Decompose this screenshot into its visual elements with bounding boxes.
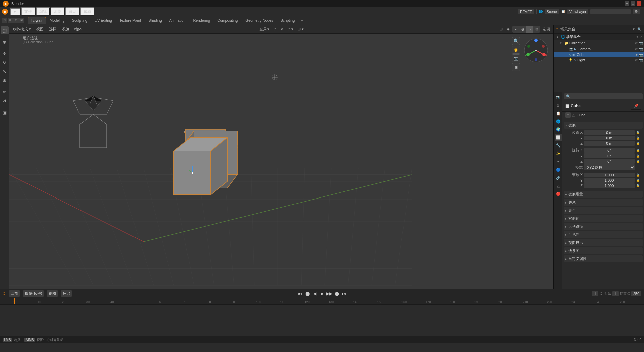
prev-keyframe-button[interactable]: ◀ [312,291,318,297]
outliner-search-btn[interactable]: 🔍 [637,27,641,31]
location-x-lock-icon[interactable]: 🔒 [636,131,641,134]
solid-shading-btn[interactable]: ● [512,26,519,33]
topbar-search-input[interactable] [590,9,631,14]
scene-selector[interactable]: Scene [545,9,559,14]
scale-x-lock-icon[interactable]: 🔒 [636,173,641,177]
camera-view-button[interactable]: 📷 [512,54,520,62]
add-workspace-button[interactable]: + [299,17,305,24]
transform-tool-button[interactable]: ⊞ [1,76,9,84]
render-props-btn[interactable]: 📷 [555,93,562,101]
outliner-scene-collections[interactable]: ▾ 🌐 场景集合 👁 ✓ [554,34,644,40]
scale-x-value[interactable]: 1.000 [584,173,635,177]
menu-file-text[interactable]: 文件 [21,7,35,16]
minimize-button[interactable]: − [625,1,629,6]
rotation-z-value[interactable]: 0° [584,159,635,164]
proportional-edit-toggle[interactable]: ⊗ [279,26,285,32]
world-props-btn[interactable]: 🌍 [555,126,562,133]
close-button[interactable]: × [637,1,641,6]
prev-frame-button[interactable]: ⬤ [304,291,310,297]
menu-edit[interactable]: 编辑 [36,7,50,16]
viewport-display-header[interactable]: ▸ 视图显示 [564,239,643,246]
rotation-x-value[interactable]: 0° [584,148,635,153]
viewport-object-menu[interactable]: 物体 [73,26,84,32]
tab-modeling[interactable]: Modeling [46,17,68,24]
location-z-lock-icon[interactable]: 🔒 [636,142,641,145]
tab-compositing[interactable]: Compositing [214,17,241,24]
outliner-filter-btn[interactable]: ▼ [632,27,635,31]
viewport-canvas[interactable]: 用户透视 (1) Collection | Cube Z X [9,34,553,289]
rotation-x-lock-icon[interactable]: 🔒 [636,149,641,152]
tab-animation[interactable]: Animation [166,17,189,24]
outliner-camera[interactable]: ▾ 📷 ▶ Camera 👁 📷 [554,46,644,52]
mode-icon-2[interactable]: ▦ [8,18,13,23]
tab-texture-paint[interactable]: Texture Paint [116,17,144,24]
particles-props-btn[interactable]: ✦ [555,158,562,165]
cursor-tool-button[interactable]: ⊕ [1,38,9,46]
menu-render[interactable]: 渲染 [51,7,65,16]
mode-icon-3[interactable]: ⊞ [13,18,19,23]
view-menu-btn[interactable]: 视图 [47,290,58,297]
viewlayer-selector[interactable]: ViewLayer [567,9,588,14]
location-y-lock-icon[interactable]: 🔒 [636,136,641,140]
next-keyframe-button[interactable]: ▶▶ [326,291,332,297]
viewport-select-menu[interactable]: 选择 [47,26,58,32]
add-cube-tool-button[interactable]: ▣ [1,108,9,116]
tab-layout[interactable]: Layout [28,17,46,24]
camera-menu-btn[interactable]: 摄像(帧率) [23,290,44,297]
tab-rendering[interactable]: Rendering [190,17,213,24]
collection-visible-icon[interactable]: 👁 [635,41,638,45]
zoom-out-button[interactable]: 🖐 [512,46,520,54]
cube-render-icon[interactable]: 📷 [639,53,643,57]
material-props-btn[interactable]: 🔴 [555,190,562,197]
physics-props-btn[interactable]: 🔵 [555,166,562,173]
motion-paths-header[interactable]: ▸ 运动路径 [564,223,643,230]
menu-window[interactable]: 窗口 [65,7,79,16]
rendered-shading-btn[interactable]: ○ [526,26,533,33]
collection-render-icon[interactable]: 📷 [639,41,643,45]
marker-menu-btn[interactable]: 标记 [61,290,72,297]
orient-toggle[interactable]: ⊞ ▾ [296,26,305,32]
view-layer-props-btn[interactable]: 📋 [555,109,562,117]
scene-props-btn[interactable]: 🌐 [555,118,562,125]
scale-z-value[interactable]: 1.000 [584,183,635,188]
relations-header[interactable]: ▸ 关系 [564,199,643,206]
mode-icon-4[interactable]: ▣ [19,18,24,23]
line-art-header[interactable]: ▸ 线条画 [564,247,643,254]
scale-y-lock-icon[interactable]: 🔒 [636,179,641,182]
viewport-mode-dropdown[interactable]: 物体模式 ▾ [11,26,33,32]
start-frame-value[interactable]: 1 [612,291,619,296]
outliner-cube[interactable]: ▾ △ ▣ Cube 👁 📷 [554,52,644,57]
viewport-options-btn[interactable]: 选项 [541,26,551,32]
menu-help[interactable]: 帮助 [80,7,94,16]
camera-visible-icon[interactable]: 👁 [635,47,638,51]
location-y-value[interactable]: 0 m [584,136,635,140]
play-button[interactable]: ▶ [319,291,325,297]
location-x-value[interactable]: 0 m [584,130,635,135]
tab-scripting[interactable]: Scripting [277,17,298,24]
rotation-y-lock-icon[interactable]: 🔒 [636,154,641,158]
collection-section-header[interactable]: ▸ 集合 [564,207,643,214]
zoom-in-button[interactable]: 🔍 [512,37,520,45]
constraints-props-btn[interactable]: 🔗 [555,174,562,181]
scale-y-value[interactable]: 1.000 [584,178,635,183]
move-tool-button[interactable]: ✛ [1,50,9,58]
measure-tool-button[interactable]: ⊿ [1,96,9,104]
transform-pivot-toggle[interactable]: ⊙ ▾ [286,26,295,32]
instancing-header[interactable]: ▸ 实例化 [564,215,643,222]
scale-tool-button[interactable]: ⤡ [1,67,9,75]
props-mode-icon-btn[interactable]: ▼ [565,112,571,118]
wireframe-shading-btn[interactable]: ⊡ [533,26,540,33]
outliner-collection[interactable]: ▾ 📁 Collection 👁 📷 [554,40,644,46]
engine-dropdown[interactable]: EEVEE [518,9,534,14]
light-render-icon[interactable]: 📷 [639,58,643,62]
rotation-z-lock-icon[interactable]: 🔒 [636,160,641,163]
select-box-tool-button[interactable]: ⬚ [1,26,9,34]
visibility-header[interactable]: ▸ 可见性 [564,231,643,238]
settings-btn[interactable]: ⚙ [633,9,640,14]
tab-uv-editing[interactable]: UV Editing [91,17,115,24]
location-z-value[interactable]: 0 m [584,141,635,146]
rotation-y-value[interactable]: 0° [584,153,635,158]
tab-sculpting[interactable]: Sculpting [69,17,91,24]
object-props-btn[interactable]: ⬜ [555,134,562,141]
output-props-btn[interactable]: 🖨 [555,101,562,109]
